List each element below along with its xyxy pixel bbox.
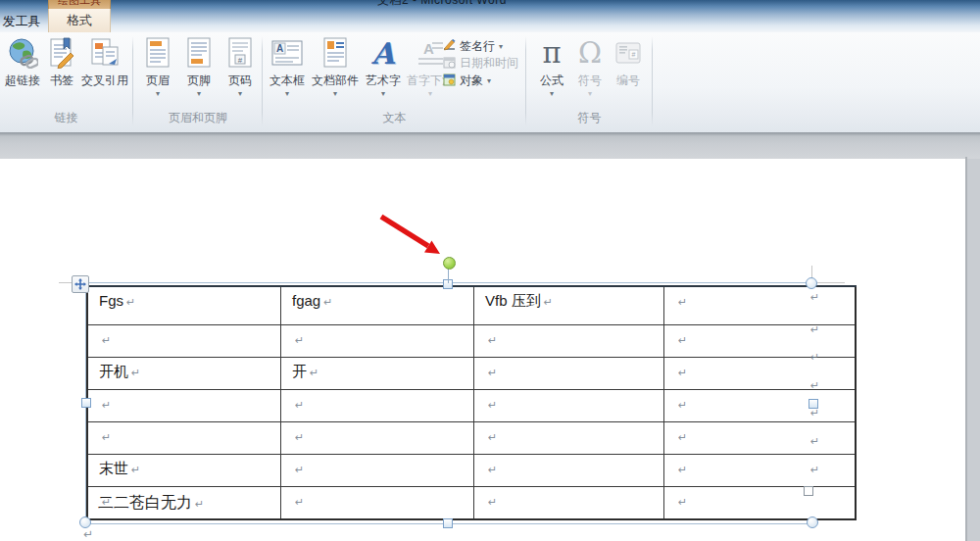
symbol-button[interactable]: Ω 符号 ▾ <box>573 36 607 98</box>
group-label-text: 文本 <box>264 110 525 126</box>
table-cell[interactable]: fgag↵ <box>281 286 474 325</box>
hyperlink-button[interactable]: 超链接 <box>2 36 43 89</box>
chevron-down-icon: ▾ <box>156 90 160 98</box>
tab-developer-label: 发工具 <box>3 13 41 30</box>
signature-line-label: 签名行 <box>460 38 495 55</box>
wordart-button[interactable]: A 艺术字 ▾ <box>363 36 404 98</box>
document-table[interactable]: Fgs↵ fgag↵ Vfb 压到↵ ↵ ↵ ↵ ↵ ↵ 开机↵ 开↵ ↵ ↵ … <box>86 285 857 520</box>
chevron-down-icon: ▾ <box>588 90 592 98</box>
table-cell[interactable]: ↵ <box>281 390 474 422</box>
cross-reference-icon <box>89 36 121 70</box>
window-title: 文档2 - Microsoft Word <box>377 0 603 7</box>
table-cell[interactable]: Vfb 压到↵ <box>474 286 664 325</box>
quick-parts-label: 文档部件 <box>312 73 359 89</box>
table-cell[interactable]: ↵ <box>281 325 474 358</box>
table-cell[interactable]: ↵ <box>474 422 664 455</box>
tab-developer[interactable]: 发工具 <box>0 10 43 32</box>
paragraph-mark: ↵ <box>678 296 687 308</box>
table-cell[interactable]: ↵ <box>87 390 281 422</box>
bookmark-button[interactable]: 书签 <box>45 36 78 89</box>
page-number-label: 页码 <box>228 73 252 89</box>
wordart-icon: A <box>371 36 394 70</box>
text-box-button[interactable]: A 文本框 ▾ <box>267 36 308 98</box>
table-cell[interactable]: ↵ <box>474 390 664 422</box>
table-cell[interactable]: ↵ <box>281 422 474 455</box>
paragraph-mark: ↵ <box>678 334 687 346</box>
resize-handle-bottom-right[interactable] <box>807 516 818 528</box>
resize-handle-right[interactable] <box>808 399 818 409</box>
table-cell[interactable]: ↵ <box>87 422 281 455</box>
tab-format[interactable]: 格式 <box>48 9 111 32</box>
paragraph-mark: ↵ <box>488 367 497 378</box>
date-time-button[interactable]: 日期和时间 <box>443 56 518 71</box>
footer-button[interactable]: 页脚 ▾ <box>180 36 218 98</box>
table-cell[interactable]: 末世↵ <box>87 455 281 487</box>
workspace-background <box>0 132 980 159</box>
paragraph-mark: ↵ <box>83 527 93 541</box>
table-row: 末世↵ ↵ ↵ ↵ <box>87 455 856 487</box>
table-move-handle[interactable] <box>72 275 89 293</box>
number-button[interactable]: # 编号 <box>611 36 646 89</box>
equation-button[interactable]: π 公式 ▾ <box>534 36 569 98</box>
table-cell[interactable]: ↵ <box>664 325 857 358</box>
row-end-mark: ↵ <box>810 379 819 392</box>
guide-line <box>817 282 845 283</box>
row-end-mark: ↵ <box>810 435 819 448</box>
table-cell[interactable]: ↵ <box>474 358 664 390</box>
table-cell[interactable]: 开机↵ <box>87 358 281 390</box>
quick-parts-icon <box>322 36 348 70</box>
quick-parts-button[interactable]: 文档部件 ▾ <box>310 36 361 98</box>
table-cell[interactable]: ↵ <box>474 325 664 358</box>
table-cell[interactable]: ↵ <box>281 487 474 520</box>
table-cell[interactable]: ↵ <box>664 286 857 325</box>
table-resize-handle[interactable] <box>804 486 813 496</box>
table-cell[interactable]: ↵ <box>664 487 857 520</box>
paragraph-mark: ↵ <box>102 334 111 346</box>
paragraph-mark: ↵ <box>295 431 304 443</box>
resize-handle-top-right[interactable] <box>806 277 817 289</box>
table-cell[interactable]: ↵ <box>664 358 857 390</box>
header-button[interactable]: 页眉 ▾ <box>139 36 176 98</box>
group-separator <box>525 36 526 126</box>
paragraph-mark: ↵ <box>295 334 304 346</box>
table-cell[interactable]: ↵ <box>474 455 664 487</box>
canvas-paragraph[interactable]: 二二苍白无力↵ <box>98 493 204 514</box>
table-cell[interactable]: ↵ <box>281 455 474 487</box>
row-end-mark: ↵ <box>810 323 819 336</box>
paragraph-mark: ↵ <box>323 296 332 308</box>
paragraph-mark: ↵ <box>310 367 318 378</box>
footer-label: 页脚 <box>187 73 211 89</box>
workspace-right-margin <box>967 159 980 541</box>
table-cell[interactable]: ↵ <box>474 487 664 520</box>
bookmark-icon <box>47 36 76 70</box>
signature-line-button[interactable]: 签名行 ▾ <box>443 39 503 54</box>
table-cell[interactable]: ↵ <box>664 390 857 422</box>
ribbon-group-text: A 文本框 ▾ 文档部 <box>264 32 525 130</box>
footer-icon <box>186 36 212 70</box>
table-cell[interactable]: ↵ <box>87 325 281 358</box>
chevron-down-icon: ▾ <box>238 90 242 98</box>
group-separator <box>132 36 133 126</box>
text-box-icon: A <box>271 36 303 70</box>
paragraph-mark: ↵ <box>131 367 140 378</box>
number-icon: # <box>614 36 642 70</box>
object-button[interactable]: 对象 ▾ <box>443 74 491 88</box>
rotation-handle[interactable] <box>443 257 456 270</box>
page-number-button[interactable]: # 页码 ▾ <box>221 36 259 98</box>
resize-handle-bottom[interactable] <box>443 518 453 528</box>
table-cell[interactable]: ↵ <box>664 422 857 455</box>
table-row: 开机↵ 开↵ ↵ ↵ <box>87 358 856 390</box>
table-cell[interactable]: ↵ <box>664 455 857 487</box>
resize-handle-bottom-left[interactable] <box>79 516 91 528</box>
paragraph-mark: ↵ <box>488 431 497 443</box>
paragraph-mark: ↵ <box>131 464 140 475</box>
number-label: 编号 <box>616 73 640 89</box>
table-cell[interactable]: 开↵ <box>281 358 474 390</box>
ribbon-group-header-footer: 页眉 ▾ 页脚 ▾ <box>134 32 262 130</box>
table-cell[interactable]: Fgs↵ <box>87 286 281 325</box>
group-label-header-footer: 页眉和页脚 <box>134 110 262 126</box>
cross-reference-button[interactable]: 交叉引用 <box>80 36 129 89</box>
paragraph-mark: ↵ <box>295 496 304 508</box>
header-icon <box>145 36 171 70</box>
resize-handle-left[interactable] <box>81 398 91 408</box>
